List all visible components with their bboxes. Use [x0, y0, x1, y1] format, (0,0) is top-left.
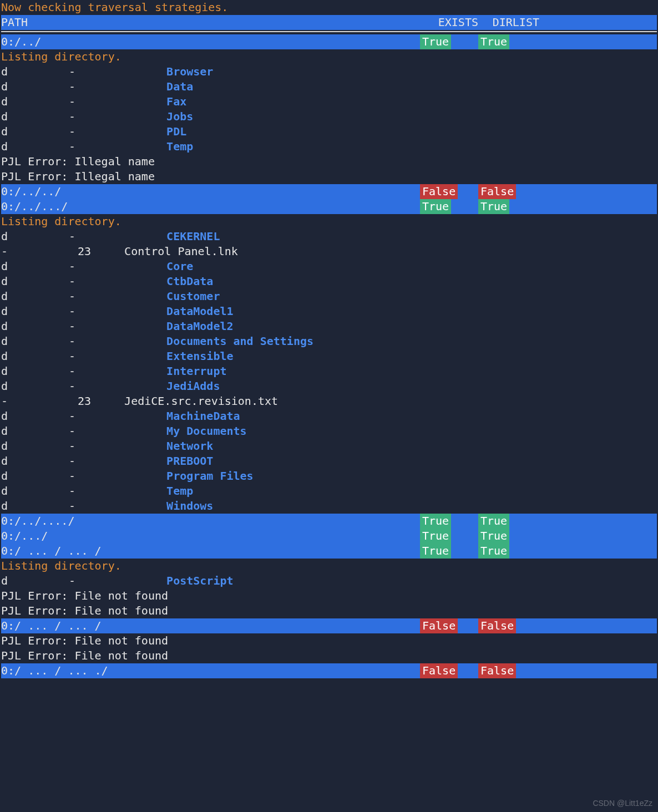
list-item: d- JediAdds	[1, 379, 657, 394]
status-true: True	[478, 34, 509, 49]
item-size: 23	[13, 244, 104, 259]
exists-cell: False	[420, 184, 478, 199]
listing-header: Listing directory.	[1, 49, 657, 64]
path-cell: 0:/../	[1, 34, 420, 49]
item-size: -	[13, 379, 146, 394]
item-size: -	[13, 334, 146, 349]
list-item: d- DataModel2	[1, 319, 657, 334]
item-type: d	[1, 289, 13, 304]
item-size: -	[13, 469, 146, 484]
exists-cell: True	[420, 514, 478, 529]
list-item: d- MachineData	[1, 409, 657, 424]
dirlist-cell: True	[478, 34, 539, 49]
path-cell: 0:/ ... / ... /	[1, 544, 420, 559]
item-size: -	[13, 499, 146, 514]
dirlist-cell: False	[478, 663, 539, 678]
list-item: d- PREBOOT	[1, 454, 657, 469]
status-false: False	[420, 184, 458, 199]
list-item: d- Extensible	[1, 349, 657, 364]
item-size: -	[13, 94, 146, 109]
item-type: d	[1, 124, 13, 139]
dir-name: Customer	[146, 289, 657, 304]
item-type: d	[1, 319, 13, 334]
dirlist-cell: True	[478, 529, 539, 544]
path-cell: 0:/../../	[1, 184, 420, 199]
header-row: PATH EXISTS DIRLIST	[1, 15, 657, 30]
list-item: d- Temp	[1, 139, 657, 154]
exists-cell: False	[420, 618, 478, 633]
dir-name: My Documents	[146, 424, 657, 439]
path-row: 0:/../TrueTrue	[1, 34, 657, 49]
dir-name: Temp	[146, 484, 657, 499]
item-size: -	[13, 139, 146, 154]
listing-header: Listing directory.	[1, 214, 657, 229]
dir-name: DataModel2	[146, 319, 657, 334]
list-item: d- CtbData	[1, 274, 657, 289]
status-line: Now checking traversal strategies.	[1, 0, 657, 15]
dir-name: CEKERNEL	[146, 229, 657, 244]
status-true: True	[420, 34, 451, 49]
dir-name: PostScript	[146, 574, 657, 588]
list-item: d- CEKERNEL	[1, 229, 657, 244]
list-item: d- Browser	[1, 64, 657, 79]
status-true: True	[478, 199, 509, 214]
item-type: d	[1, 79, 13, 94]
item-size: -	[13, 274, 146, 289]
path-cell: 0:/../.../	[1, 199, 420, 214]
list-item: d- PDL	[1, 124, 657, 139]
status-false: False	[478, 663, 516, 678]
item-size: -	[13, 64, 146, 79]
item-type: d	[1, 94, 13, 109]
dir-name: Core	[146, 259, 657, 274]
list-item: d- Network	[1, 439, 657, 454]
dirlist-cell: True	[478, 544, 539, 559]
dir-name: PREBOOT	[146, 454, 657, 469]
dir-name: MachineData	[146, 409, 657, 424]
path-row: 0:/../.../TrueTrue	[1, 199, 657, 214]
path-row: 0:/ ... / ... /TrueTrue	[1, 544, 657, 559]
item-type: d	[1, 379, 13, 394]
item-type: d	[1, 454, 13, 469]
path-row: 0:/ ... / ... ./FalseFalse	[1, 663, 657, 678]
item-type: d	[1, 334, 13, 349]
item-type: -	[1, 244, 13, 259]
item-type: d	[1, 229, 13, 244]
list-item: d- DataModel1	[1, 304, 657, 319]
status-false: False	[478, 184, 516, 199]
file-name: JediCE.src.revision.txt	[104, 394, 657, 409]
list-item: d- Temp	[1, 484, 657, 499]
header-path: PATH	[1, 15, 420, 30]
status-false: False	[420, 663, 458, 678]
item-size: -	[13, 109, 146, 124]
status-false: False	[478, 618, 516, 633]
dir-name: Jobs	[146, 109, 657, 124]
dir-name: Fax	[146, 94, 657, 109]
listing-header: Listing directory.	[1, 559, 657, 574]
item-size: -	[13, 289, 146, 304]
header-exists: EXISTS	[420, 15, 478, 30]
item-type: d	[1, 469, 13, 484]
item-size: -	[13, 319, 146, 334]
item-type: d	[1, 109, 13, 124]
list-item: d- Documents and Settings	[1, 334, 657, 349]
item-type: d	[1, 304, 13, 319]
item-size: -	[13, 124, 146, 139]
list-item: d- Jobs	[1, 109, 657, 124]
error-line: PJL Error: File not found	[1, 633, 657, 648]
status-true: True	[478, 514, 509, 529]
item-type: d	[1, 484, 13, 499]
item-size: 23	[13, 394, 104, 409]
path-row: 0:/ ... / ... /FalseFalse	[1, 618, 657, 633]
exists-cell: True	[420, 34, 478, 49]
list-item: -23 Control Panel.lnk	[1, 244, 657, 259]
item-size: -	[13, 484, 146, 499]
path-cell: 0:/../..../	[1, 514, 420, 529]
item-size: -	[13, 454, 146, 469]
error-line: PJL Error: File not found	[1, 603, 657, 618]
dirlist-cell: False	[478, 618, 539, 633]
dir-name: Temp	[146, 139, 657, 154]
dir-name: Interrupt	[146, 364, 657, 379]
path-row: 0:/../..../TrueTrue	[1, 514, 657, 529]
error-line: PJL Error: File not found	[1, 648, 657, 663]
exists-cell: True	[420, 199, 478, 214]
